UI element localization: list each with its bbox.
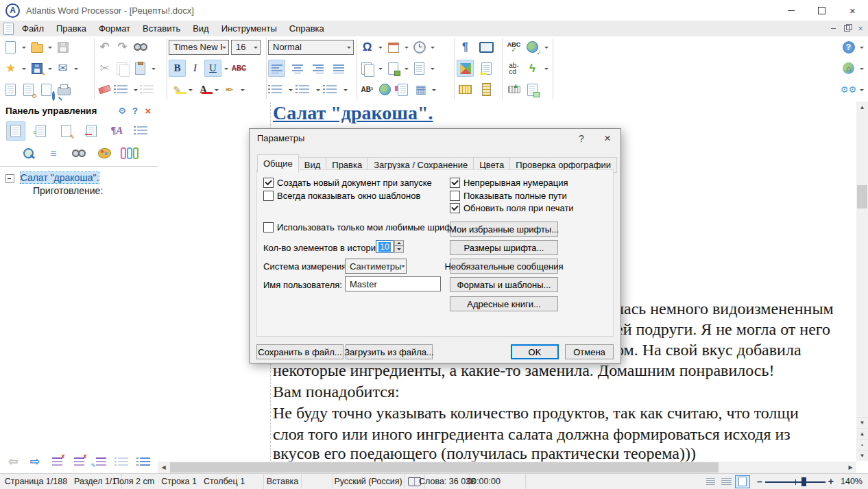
status-words[interactable]: Слова: 36 038	[425, 474, 470, 489]
align-left-button[interactable]	[268, 60, 285, 77]
panel-help-icon[interactable]: ?	[130, 105, 141, 116]
insert-file-dropdown[interactable]	[376, 60, 384, 77]
numbered-list-dropdown[interactable]	[314, 81, 322, 98]
numbering-button[interactable]	[133, 121, 152, 141]
menu-edit[interactable]: Правка	[50, 21, 93, 36]
checkbox-favorite-fonts-only[interactable]: Использовать только мои любимые шрифты	[263, 222, 462, 232]
remove-all-headings-button[interactable]: ✗	[70, 453, 88, 470]
status-language[interactable]: Русский (Россия)	[333, 474, 405, 489]
view-layout-button[interactable]	[735, 475, 750, 488]
bookmark-button[interactable]	[394, 81, 411, 98]
date-dropdown[interactable]	[402, 38, 410, 56]
maximize-button[interactable]	[806, 0, 837, 21]
horizontal-ruler-button[interactable]	[457, 81, 474, 98]
keyboard-button[interactable]: ▲	[505, 81, 522, 98]
zoom-level[interactable]: 140%	[834, 477, 863, 486]
status-insert-mode[interactable]: Вставка	[264, 474, 302, 489]
panel-search-button[interactable]	[19, 144, 38, 163]
underline-button[interactable]: U	[204, 60, 221, 77]
style-select[interactable]: Normal	[268, 40, 354, 55]
spin-down-button[interactable]	[394, 246, 404, 253]
checkbox-show-templates-window[interactable]: Всегда показывать окно шаблонов	[263, 191, 420, 201]
list-full-button[interactable]	[136, 453, 154, 470]
insert-document-dropdown[interactable]	[429, 60, 436, 77]
select-paragraphs-button[interactable]	[114, 81, 131, 98]
vertical-scrollbar[interactable]: ▲ ▼ ▲ • ▼	[856, 102, 868, 461]
zoom-in-button[interactable]: +	[828, 476, 834, 487]
hyperlink-button[interactable]	[376, 81, 394, 98]
favorites-dropdown[interactable]	[20, 60, 27, 77]
print-preview-button[interactable]	[38, 81, 55, 98]
align-justify-button[interactable]	[330, 60, 347, 77]
email-dropdown[interactable]	[72, 60, 80, 77]
remove-heading-button[interactable]: ✗	[48, 453, 66, 470]
mdi-restore-button[interactable]	[841, 23, 853, 34]
dialog-help-button[interactable]: ?	[570, 129, 593, 147]
optional-messages-button[interactable]: Необязательные сообщения	[450, 259, 558, 274]
multilevel-list-dropdown[interactable]	[341, 81, 349, 98]
vertical-ruler-button[interactable]	[478, 81, 495, 98]
paragraphs-button[interactable]: ≡	[44, 144, 63, 163]
menu-help[interactable]: Справка	[283, 21, 330, 36]
autocorrect-button[interactable]: ϟ	[524, 60, 541, 77]
table-dropdown[interactable]	[430, 81, 437, 98]
save-to-file-button[interactable]: Сохранить в файл...	[256, 344, 343, 359]
select-paragraphs-dropdown[interactable]	[132, 81, 139, 98]
view-draft-button[interactable]	[703, 476, 717, 488]
document-tools-button[interactable]: ⚙	[20, 81, 37, 98]
footnote-button[interactable]: AB¹	[359, 81, 376, 98]
symbol-button[interactable]: Ω	[359, 38, 376, 56]
insert-file-button[interactable]	[359, 60, 376, 77]
font-sizes-button[interactable]: Размеры шрифта...	[450, 240, 558, 255]
spin-up-button[interactable]	[394, 240, 404, 246]
panel-settings-icon[interactable]: ⚙	[117, 105, 128, 116]
prev-page-button[interactable]: ▲	[856, 428, 868, 439]
open-document-dropdown[interactable]	[46, 38, 53, 56]
format-painter-button[interactable]: ✒	[221, 81, 238, 98]
panel-find-button[interactable]	[69, 144, 88, 163]
notes-button[interactable]: ✎	[57, 121, 76, 141]
hyphenation-button[interactable]: ab-cd	[505, 60, 522, 77]
insert-image-button[interactable]	[385, 60, 402, 77]
paste-dropdown[interactable]	[149, 60, 157, 77]
table-button[interactable]: ▦	[412, 81, 429, 98]
autocorrect-dropdown[interactable]	[542, 60, 550, 77]
numbered-list-button[interactable]	[296, 81, 313, 98]
close-button[interactable]: ×	[837, 0, 868, 21]
browse-select-button[interactable]: •	[856, 439, 868, 450]
scroll-up-button[interactable]: ▲	[856, 102, 868, 113]
v-scroll-thumb[interactable]	[857, 185, 867, 208]
marked-doc-button[interactable]	[82, 121, 101, 141]
tree-expander[interactable]	[5, 174, 14, 183]
checkbox-create-new-document[interactable]: Создать новый документ при запуске	[263, 178, 432, 188]
panel-close-icon[interactable]: ×	[143, 105, 154, 116]
mdi-close-button[interactable]: ×	[854, 23, 867, 34]
bold-button[interactable]: B	[169, 60, 186, 77]
email-button[interactable]: ✉	[54, 60, 71, 77]
minimize-button[interactable]	[775, 0, 806, 21]
tab-general[interactable]: Общие	[257, 154, 299, 173]
menu-view[interactable]: Вид	[186, 21, 215, 36]
font-name-select[interactable]: Times New Ror	[169, 40, 229, 55]
menu-tools[interactable]: Инструменты	[215, 21, 283, 36]
italic-button[interactable]: I	[186, 60, 204, 77]
menu-file[interactable]: Файл	[16, 21, 50, 36]
help-button[interactable]: ?	[840, 38, 857, 56]
tree-item-cooking[interactable]: Приготовление:	[33, 185, 103, 196]
measurement-select[interactable]: Сантиметры	[345, 259, 407, 274]
menu-insert[interactable]: Вставить	[136, 21, 186, 36]
h-scroll-thumb[interactable]	[170, 462, 719, 473]
checkbox-update-fields-on-print[interactable]: Обновить поля при печати	[450, 203, 574, 213]
insert-document-button[interactable]	[411, 60, 428, 77]
web-spellcheck-button[interactable]: ✓	[524, 38, 541, 56]
mdi-minimize-button[interactable]	[827, 23, 839, 34]
status-timer[interactable]: 00:00:00	[470, 474, 498, 489]
new-document-dropdown[interactable]	[20, 38, 27, 56]
headings-view-button[interactable]	[6, 121, 25, 141]
bullet-list-dropdown[interactable]	[287, 81, 294, 98]
username-input[interactable]: Master	[345, 276, 441, 291]
formatting-marks-button[interactable]: ¶	[457, 38, 474, 56]
formats-templates-button[interactable]: Форматы и шаблоны...	[450, 277, 558, 292]
paste-button[interactable]	[132, 60, 149, 77]
font-color-dropdown[interactable]	[213, 81, 220, 98]
